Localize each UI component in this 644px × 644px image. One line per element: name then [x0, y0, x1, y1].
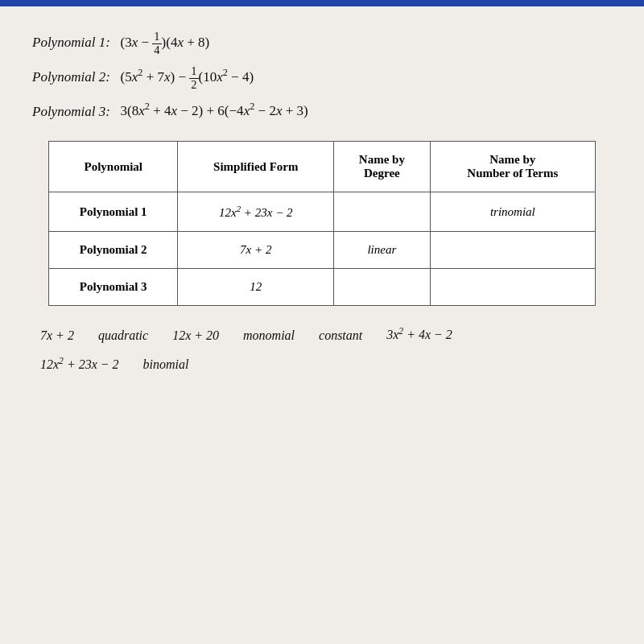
table-row: Polynomial 1 12x2 + 23x − 2 trinomial [49, 192, 596, 232]
row2-terms [430, 232, 595, 269]
answer-3x24x2: 3x2 + 4x − 2 [386, 322, 452, 348]
answer-binomial: binomial [143, 352, 189, 378]
row2-name: Polynomial 2 [49, 232, 178, 269]
table-row: Polynomial 3 12 [49, 269, 596, 306]
polynomial-table: Polynomial Simplified Form Name byDegree… [48, 141, 596, 306]
poly-1-label: Polynomial 1: [32, 35, 117, 50]
answer-row-1: 7x + 2 quadratic 12x + 20 monomial const… [40, 322, 604, 348]
col-header-terms: Name byNumber of Terms [430, 142, 595, 192]
row2-simplified: 7x + 2 [178, 232, 334, 269]
row1-degree [334, 192, 431, 232]
poly-2-label: Polynomial 2: [32, 69, 117, 85]
col-header-degree: Name byDegree [334, 142, 431, 192]
row3-terms [430, 269, 595, 306]
table-row: Polynomial 2 7x + 2 linear [49, 232, 596, 269]
polynomial-1-expression: Polynomial 1: (3x − 14)(4x + 8) [32, 31, 612, 57]
poly-2-expr: (5x2 + 7x) − 12(10x2 − 4) [121, 69, 254, 85]
polynomial-3-expression: Polynomial 3: 3(8x2 + 4x − 2) + 6(−4x2 −… [32, 100, 612, 122]
col-header-polynomial: Polynomial [49, 142, 178, 192]
row1-terms: trinomial [430, 192, 595, 232]
col-header-simplified: Simplified Form [178, 142, 334, 192]
polynomial-2-expression: Polynomial 2: (5x2 + 7x) − 12(10x2 − 4) [32, 65, 612, 92]
row2-degree: linear [334, 232, 431, 269]
row3-simplified: 12 [178, 269, 334, 306]
poly-3-label: Polynomial 3: [32, 103, 117, 118]
answer-12x20: 12x + 20 [172, 323, 219, 349]
main-content: Polynomial 1: (3x − 14)(4x + 8) Polynomi… [0, 6, 644, 397]
answer-bank: 7x + 2 quadratic 12x + 20 monomial const… [32, 322, 612, 378]
answer-monomial: monomial [243, 323, 295, 349]
top-bar [0, 0, 644, 6]
row1-name: Polynomial 1 [49, 192, 178, 232]
answer-row-2: 12x2 + 23x − 2 binomial [40, 352, 604, 378]
answer-7x2: 7x + 2 [40, 323, 74, 349]
poly-1-expr: (3x − 14)(4x + 8) [121, 35, 210, 50]
row3-name: Polynomial 3 [49, 269, 178, 306]
answer-constant: constant [319, 323, 362, 349]
answer-12x223x2: 12x2 + 23x − 2 [40, 352, 119, 378]
poly-3-expr: 3(8x2 + 4x − 2) + 6(−4x2 − 2x + 3) [121, 103, 308, 118]
row3-degree [334, 269, 431, 306]
row1-simplified: 12x2 + 23x − 2 [178, 192, 334, 232]
polynomials-section: Polynomial 1: (3x − 14)(4x + 8) Polynomi… [32, 31, 612, 122]
table-header-row: Polynomial Simplified Form Name byDegree… [49, 142, 596, 192]
table-wrapper: Polynomial Simplified Form Name byDegree… [48, 141, 596, 306]
answer-quadratic: quadratic [98, 323, 148, 349]
